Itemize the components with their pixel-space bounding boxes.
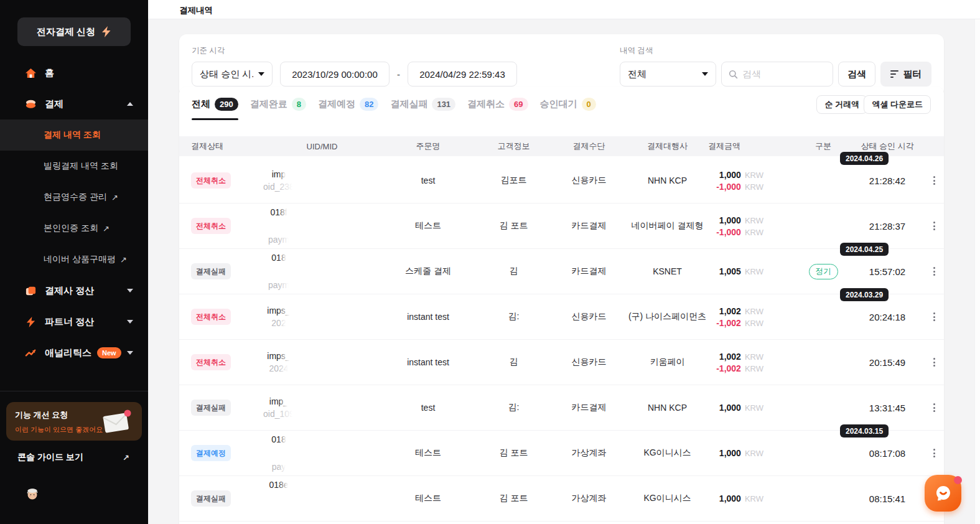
amount-cell: 1,005KRW [719,266,788,276]
tab-item[interactable]: 결제취소69 [467,98,528,112]
apply-epay-label: 전자결제 신청 [37,26,95,38]
status-cell: 전체취소 [179,354,231,370]
method-cell: 신용카드 [551,311,627,322]
uid-line: imp [272,169,286,179]
time-type-select[interactable]: 상태 승인 시... [192,62,273,87]
currency-label: KRW [745,449,763,458]
column-header: 고객정보 [476,141,551,152]
amount-value: 1,000 [719,215,741,225]
uid-mid-cell: 018paym [238,253,320,290]
row-menu-button[interactable] [930,355,938,370]
row-menu-button[interactable] [930,173,938,188]
status-cell: 전체취소 [179,172,231,189]
scrollbar-track[interactable] [974,19,980,524]
date-from-input[interactable]: 2023/10/29 00:00:00 [280,62,390,87]
sidebar-item-analytics[interactable]: 애널리틱스 New [0,337,148,368]
console-guide-link[interactable]: 콘솔 가이드 보기 ↗ [0,449,148,466]
search-button[interactable]: 검색 [838,62,875,87]
cancel-amount-value: -1,002 [716,363,741,373]
feedback-request-card[interactable]: 기능 개선 요청 이런 기능이 있으면 좋겠어요 [6,402,142,441]
customer-cell: 김 포트 [476,447,551,459]
amount-value: 1,002 [719,306,741,316]
type-cell: 정기 [788,264,859,279]
sidebar-item-billing-history[interactable]: 빌링결제 내역 조회 [0,151,148,182]
amount-line: 1,005KRW [719,266,763,276]
sidebar-item-payment-history[interactable]: 결제 내역 조회 [0,119,148,151]
page-title: 결제내역 [179,5,213,16]
sidebar-item-cash-receipt[interactable]: 현금영수증 관리 ↗ [0,182,148,213]
approved-time-cell: 15:57:02 [859,266,916,277]
excel-download-button[interactable]: 엑셀 다운로드 [864,95,931,114]
sidebar-item-naver-review[interactable]: 네이버 상품구매평 ↗ [0,244,148,275]
currency-label: KRW [745,494,763,503]
column-header: 결제금액 [708,141,788,152]
status-badge: 전체취소 [191,172,231,189]
cancel-amount-value: -1,002 [716,318,741,328]
currency-label: KRW [745,171,763,180]
column-header: UID/MID [264,142,380,151]
sidebar-item-payment[interactable]: 결제 [0,88,148,119]
net-amount-button[interactable]: 순 거래액 [816,95,867,114]
amount-value: 1,005 [719,266,741,276]
search-input[interactable]: 검색 [721,62,833,87]
amount-cell: 1,000KRW [719,403,788,413]
amount-cell: 1,000KRW [719,494,788,503]
sidebar-item-identity-verification[interactable]: 본인인증 조회 ↗ [0,213,148,244]
customer-cell: 김: [476,311,551,322]
column-header: 결제대행사 [627,141,708,152]
date-to-value: 2024/04/29 22:59:43 [419,69,505,80]
tab-item[interactable]: 전체290 [192,98,238,112]
sidebar-item-label: 결제 내역 조회 [44,129,101,141]
filter-icon [890,70,898,78]
sidebar-item-label: 결제사 정산 [45,285,127,297]
sidebar-item-home[interactable]: 홈 [0,57,148,88]
uid-mid-cell: impoid_238 [238,169,320,192]
date-badge: 2024.03.29 [840,288,889,301]
pg-cell: (구) 나이스페이먼츠 [627,311,708,322]
pg-cell: KSNET [627,266,708,276]
method-cell: 신용카드 [551,357,627,368]
tab-item[interactable]: 결제예정82 [318,98,378,112]
date-to-input[interactable]: 2024/04/29 22:59:43 [408,62,517,87]
status-tabs: 전체290결제완료8결제예정82결제실패131결제취소69승인대기0 [192,98,596,112]
method-cell: 가상계좌 [551,493,627,504]
status-cell: 결제실패 [179,490,231,507]
amount-line: 1,000KRW [719,494,763,503]
status-badge: 결제실패 [191,400,231,416]
console-guide-label: 콘솔 가이드 보기 [17,452,83,463]
uid-mid-cell: imps_202 [238,306,320,328]
sidebar-item-partner-settlement[interactable]: 파트너 정산 [0,306,148,337]
apply-epay-button[interactable]: 전자결제 신청 [17,17,131,46]
approved-time-cell: 21:28:37 [859,221,916,232]
status-cell: 전체취소 [179,218,231,234]
currency-label: KRW [745,216,763,225]
row-menu-button[interactable] [930,218,938,233]
tab-item[interactable]: 결제실패131 [390,98,455,112]
row-menu-button[interactable] [930,264,938,279]
search-type-select[interactable]: 전체 [620,62,716,87]
uid-line: 018e [269,480,288,490]
row-menu-button[interactable] [930,400,938,415]
filter-button[interactable]: 필터 [880,62,931,87]
customer-cell: 김 [476,357,551,368]
sidebar-item-label: 파트너 정산 [45,316,127,328]
search-type-value: 전체 [628,68,646,80]
sidebar-item-pg-settlement[interactable]: 결제사 정산 [0,275,148,306]
avatar[interactable] [25,486,40,501]
mid-line: 2024 [269,363,288,373]
chat-widget-button[interactable] [925,475,961,512]
column-header: 상태 승인 시각 [859,141,916,152]
approved-time-cell: 20:15:49 [859,357,916,368]
row-menu-button[interactable] [930,309,938,324]
status-badge: 전체취소 [191,354,231,370]
customer-cell: 김: [476,402,551,413]
home-icon [25,67,37,79]
cancel-amount-line: -1,000KRW [716,227,763,237]
tab-item[interactable]: 결제완료8 [250,98,306,112]
uid-line: imps_ [267,306,290,316]
tab-label: 결제실패 [390,98,427,110]
row-menu-button[interactable] [930,446,938,461]
cancel-amount-line: -1,002KRW [716,318,763,328]
topbar: 결제내역 [148,0,980,19]
tab-item[interactable]: 승인대기0 [540,98,596,112]
